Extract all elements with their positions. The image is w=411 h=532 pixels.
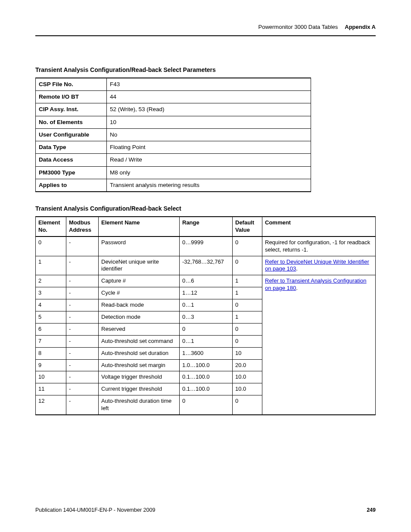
page-content: Transient Analysis Configuration/Read-ba… (35, 36, 376, 507)
param-label: PM3000 Type (36, 166, 107, 179)
table-row: Remote I/O BT44 (36, 91, 311, 103)
cell-range: 0…6 (180, 275, 233, 287)
param-label: Data Type (36, 141, 107, 154)
cell-name: Reserved (99, 323, 180, 335)
cell-mod: - (66, 359, 99, 371)
param-value: M8 only (107, 166, 311, 179)
table-header-row: Element No. Modbus Address Element Name … (36, 217, 376, 236)
cell-name: Auto-threshold set margin (99, 359, 180, 371)
cell-mod: - (66, 335, 99, 347)
cell-def: 0 (233, 335, 262, 347)
param-label: CSP File No. (36, 78, 107, 91)
link-devicenet[interactable]: Refer to DeviceNet Unique Write Identifi… (265, 258, 369, 272)
cell-el: 9 (36, 359, 66, 371)
cell-name: Capture # (99, 275, 180, 287)
cell-name: Password (99, 236, 180, 256)
cell-mod: - (66, 256, 99, 275)
cell-def: 1 (233, 287, 262, 299)
cell-range: 0 (180, 323, 233, 335)
table-row: PM3000 TypeM8 only (36, 166, 311, 179)
cell-mod: - (66, 383, 99, 395)
param-value: 52 (Write), 53 (Read) (107, 103, 311, 116)
cell-range: -32,768…32,767 (180, 256, 233, 275)
cell-name: Read-back mode (99, 299, 180, 311)
cell-comment: Refer to DeviceNet Unique Write Identifi… (262, 256, 376, 275)
cell-def: 10.0 (233, 383, 262, 395)
table-row: User ConfigurableNo (36, 128, 311, 141)
cell-def: 1 (233, 275, 262, 287)
cell-def: 0 (233, 323, 262, 335)
cell-range: 1…12 (180, 287, 233, 299)
param-label: Data Access (36, 154, 107, 166)
table-row: CIP Assy. Inst.52 (Write), 53 (Read) (36, 103, 311, 116)
cell-range: 1.0…100.0 (180, 359, 233, 371)
cell-name: Auto-threshold duration time left (99, 395, 180, 415)
table-row: 0 - Password 0…9999 0 Required for confi… (36, 236, 376, 256)
table-row: CSP File No.F43 (36, 78, 311, 91)
text: . (296, 265, 298, 272)
cell-el: 6 (36, 323, 66, 335)
table-row: Applies toTransient analysis metering re… (36, 179, 311, 192)
col-default-value: Default Value (233, 217, 262, 236)
page-footer: Publication 1404-UM001F-EN-P - November … (35, 507, 376, 515)
cell-comment: Required for configuration, -1 for readb… (262, 236, 376, 256)
section-title-select: Transient Analysis Configuration/Read-ba… (35, 205, 376, 212)
cell-comment-merged: Refer to Transient Analysis Configuratio… (262, 275, 376, 415)
cell-name: Auto-threshold set command (99, 335, 180, 347)
cell-mod: - (66, 236, 99, 256)
col-modbus-address: Modbus Address (66, 217, 99, 236)
cell-el: 1 (36, 256, 66, 275)
section-title-parameters: Transient Analysis Configuration/Read-ba… (35, 66, 376, 73)
cell-el: 3 (36, 287, 66, 299)
table-row: Data AccessRead / Write (36, 154, 311, 166)
cell-range: 0.1…100.0 (180, 383, 233, 395)
col-element-no: Element No. (36, 217, 66, 236)
param-label: CIP Assy. Inst. (36, 103, 107, 116)
cell-range: 0…1 (180, 335, 233, 347)
cell-el: 12 (36, 395, 66, 415)
table-row: 1 - DeviceNet unique write identifier -3… (36, 256, 376, 275)
param-label: No. of Elements (36, 116, 107, 128)
cell-def: 0 (233, 236, 262, 256)
cell-mod: - (66, 299, 99, 311)
cell-mod: - (66, 347, 99, 359)
cell-range: 0…9999 (180, 236, 233, 256)
param-value: No (107, 128, 311, 141)
link-transient-analysis[interactable]: Refer to Transient Analysis Configuratio… (265, 277, 367, 291)
text: . (296, 285, 298, 291)
param-label: Remote I/O BT (36, 91, 107, 103)
cell-range: 0…3 (180, 311, 233, 323)
parameters-table: CSP File No.F43 Remote I/O BT44 CIP Assy… (35, 78, 311, 192)
cell-name: Auto-threshold set duration (99, 347, 180, 359)
elements-table: Element No. Modbus Address Element Name … (35, 216, 376, 415)
col-comment: Comment (262, 217, 376, 236)
cell-name: DeviceNet unique write identifier (99, 256, 180, 275)
cell-def: 10.0 (233, 371, 262, 383)
cell-def: 1 (233, 311, 262, 323)
cell-def: 0 (233, 299, 262, 311)
table-row: Data TypeFloating Point (36, 141, 311, 154)
cell-mod: - (66, 395, 99, 415)
param-value: Floating Point (107, 141, 311, 154)
cell-el: 10 (36, 371, 66, 383)
param-label: User Configurable (36, 128, 107, 141)
cell-range: 0.1…100.0 (180, 371, 233, 383)
param-value: F43 (107, 78, 311, 91)
header-appendix: Appendix A (345, 24, 376, 30)
cell-def: 10 (233, 347, 262, 359)
cell-mod: - (66, 311, 99, 323)
page-header: Powermonitor 3000 Data Tables Appendix A (35, 24, 376, 36)
cell-el: 7 (36, 335, 66, 347)
footer-page-number: 249 (367, 507, 376, 513)
cell-el: 0 (36, 236, 66, 256)
cell-def: 20.0 (233, 359, 262, 371)
param-value: Transient analysis metering results (107, 179, 311, 192)
table-row: No. of Elements10 (36, 116, 311, 128)
col-element-name: Element Name (99, 217, 180, 236)
param-value: 44 (107, 91, 311, 103)
cell-range: 0…1 (180, 299, 233, 311)
cell-el: 11 (36, 383, 66, 395)
cell-el: 8 (36, 347, 66, 359)
param-value: Read / Write (107, 154, 311, 166)
cell-name: Cycle # (99, 287, 180, 299)
